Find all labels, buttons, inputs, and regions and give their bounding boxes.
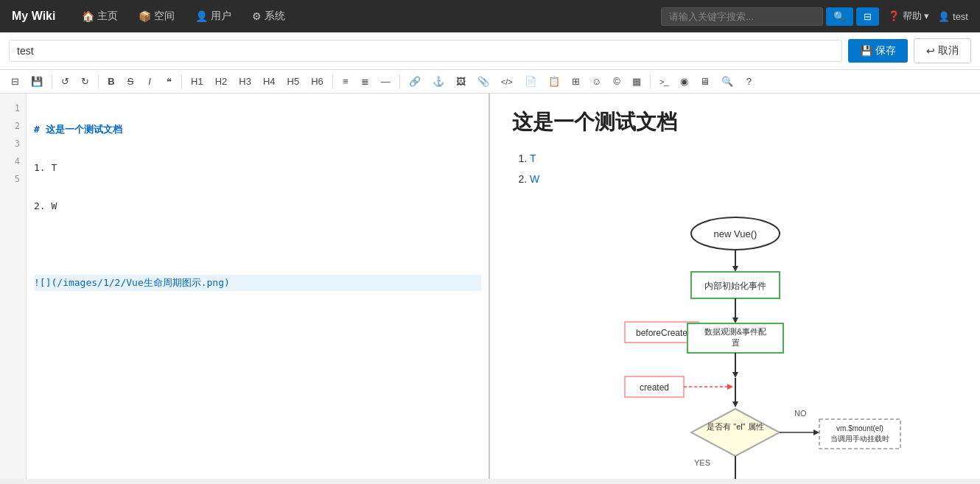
code-list-2: 2. W [34, 200, 57, 211]
toolbar-h1[interactable]: H1 [186, 73, 209, 90]
svg-text:NO: NO [794, 409, 807, 418]
search-button[interactable]: 🔍 [826, 7, 853, 26]
svg-text:created: created [639, 382, 668, 393]
home-icon: 🏠 [82, 10, 94, 22]
line-num-2: 2 [0, 117, 26, 135]
line-num-4: 4 [0, 152, 26, 170]
svg-text:YES: YES [693, 458, 710, 467]
svg-text:beforeCreate: beforeCreate [635, 328, 687, 338]
save-icon: 💾 [860, 45, 872, 57]
code-line-3: 2. W [34, 198, 481, 214]
toolbar-search-editor[interactable]: 🔍 [716, 73, 738, 90]
svg-text:是否有 "el" 属性: 是否有 "el" 属性 [707, 422, 763, 431]
nav-home[interactable]: 🏠 主页 [73, 5, 127, 27]
toolbar-terminal[interactable]: >_ [654, 74, 674, 89]
search-input[interactable] [661, 7, 823, 26]
toolbar-inline-code[interactable]: </> [496, 74, 518, 89]
toolbar-split-view[interactable]: ⊟ [6, 73, 24, 90]
toolbar-help[interactable]: ? [740, 73, 757, 90]
save-button[interactable]: 💾 保存 [848, 39, 908, 63]
toolbar-anchor[interactable]: ⚓ [427, 73, 449, 90]
nav-right: ❓ 帮助 ▾ 👤 test [888, 10, 968, 23]
toolbar-sep-2 [98, 74, 99, 89]
nav-users[interactable]: 👤 用户 [186, 5, 240, 27]
toolbar-sep-6 [650, 74, 651, 89]
list-link-W[interactable]: W [530, 173, 539, 185]
svg-marker-7 [732, 318, 738, 323]
toolbar-ol[interactable]: ≣ [356, 73, 374, 90]
toolbar-save[interactable]: 💾 [26, 73, 48, 90]
svg-marker-22 [732, 401, 738, 407]
toolbar-preview-eye[interactable]: ◉ [675, 73, 693, 90]
toolbar-link[interactable]: 🔗 [404, 73, 426, 90]
nav-items: 🏠 主页 📦 空间 👤 用户 ⚙ 系统 [73, 5, 661, 27]
toolbar-quote[interactable]: ❝ [160, 73, 178, 90]
preview-list: T W [530, 148, 958, 189]
system-icon: ⚙ [252, 10, 262, 22]
svg-text:置: 置 [731, 338, 739, 347]
list-link-T[interactable]: T [530, 152, 536, 164]
toolbar-bold[interactable]: B [102, 73, 120, 90]
editor-area: 1 2 3 4 5 # 这是一个测试文档 1. T 2. W ![](/imag… [0, 94, 980, 479]
title-bar: 💾 保存 ↩ 取消 [0, 32, 980, 70]
nav-space[interactable]: 📦 空间 [130, 5, 183, 27]
svg-marker-20 [727, 384, 733, 390]
list-item-1: T [530, 148, 958, 169]
toolbar-image[interactable]: 🖼 [451, 73, 471, 90]
line-numbers: 1 2 3 4 5 [0, 94, 27, 479]
svg-marker-3 [732, 266, 738, 272]
cancel-button[interactable]: ↩ 取消 [914, 38, 971, 63]
toolbar-h3[interactable]: H3 [234, 73, 256, 90]
svg-marker-23 [691, 409, 780, 456]
top-nav: My Wiki 🏠 主页 📦 空间 👤 用户 ⚙ 系统 🔍 ⊟ ❓ 帮助 ▾ 👤… [0, 0, 980, 32]
svg-marker-27 [813, 429, 819, 435]
toolbar-hr[interactable]: — [376, 73, 396, 90]
list-item-2: W [530, 169, 958, 189]
code-panel[interactable]: 1 2 3 4 5 # 这是一个测试文档 1. T 2. W ![](/imag… [0, 94, 490, 479]
toolbar-ul[interactable]: ≡ [337, 73, 354, 90]
code-line-5: ![](/images/1/2/Vue生命周期图示.png) [34, 275, 481, 291]
svg-rect-28 [819, 419, 900, 449]
toolbar-italic[interactable]: I [141, 73, 158, 90]
toolbar-symbol[interactable]: © [608, 73, 626, 90]
view-toggle-button[interactable]: ⊟ [856, 7, 879, 26]
help-menu[interactable]: ❓ 帮助 ▾ [888, 10, 929, 23]
toolbar-h2[interactable]: H2 [210, 73, 233, 90]
toolbar-emoji[interactable]: ☺ [587, 73, 606, 90]
code-image-text: ![](/images/1/2/Vue生命周期图示.png) [34, 277, 230, 288]
toolbar-h5[interactable]: H5 [282, 73, 305, 90]
preview-heading: 这是一个测试文档 [512, 108, 958, 136]
toolbar-strikethrough[interactable]: S [122, 73, 139, 90]
code-content[interactable]: # 这是一个测试文档 1. T 2. W ![](/images/1/2/Vue… [27, 94, 489, 479]
line-num-5: 5 [0, 170, 26, 188]
toolbar-code-block2[interactable]: 📋 [543, 73, 565, 90]
code-list-1: 1. T [34, 162, 57, 173]
code-line-1: # 这是一个测试文档 [34, 122, 481, 138]
toolbar-h4[interactable]: H4 [258, 73, 281, 90]
toolbar-sep-4 [332, 74, 333, 89]
toolbar-fullscreen[interactable]: 🖥 [695, 73, 715, 90]
page-title-input[interactable] [9, 40, 842, 62]
toolbar-attach[interactable]: 📎 [472, 73, 494, 90]
toolbar-sep-3 [181, 74, 182, 89]
user-menu[interactable]: 👤 test [938, 11, 968, 22]
nav-system[interactable]: ⚙ 系统 [243, 5, 294, 27]
toolbar-code-block[interactable]: 📄 [519, 73, 542, 90]
toolbar-undo[interactable]: ↺ [56, 73, 74, 90]
toolbar-redo[interactable]: ↻ [76, 73, 94, 90]
svg-text:内部初始化事件: 内部初始化事件 [704, 281, 766, 291]
toolbar-table[interactable]: ⊞ [567, 73, 585, 90]
space-icon: 📦 [139, 10, 151, 22]
svg-text:数据观测&事件配: 数据观测&事件配 [704, 327, 766, 336]
line-num-1: 1 [0, 99, 26, 117]
editor-toolbar: ⊟ 💾 ↺ ↻ B S I ❝ H1 H2 H3 H4 H5 H6 ≡ ≣ — … [0, 70, 980, 94]
svg-text:当调用手动挂载时: 当调用手动挂载时 [830, 435, 889, 443]
svg-text:vm.$mount(el): vm.$mount(el) [836, 424, 883, 432]
toolbar-h6[interactable]: H6 [306, 73, 329, 90]
code-line-4 [34, 236, 481, 253]
toolbar-sep-5 [399, 74, 400, 89]
toolbar-mindmap[interactable]: ▦ [627, 73, 646, 90]
svg-marker-16 [732, 372, 738, 378]
line-num-3: 3 [0, 135, 26, 152]
cancel-icon: ↩ [926, 45, 935, 57]
